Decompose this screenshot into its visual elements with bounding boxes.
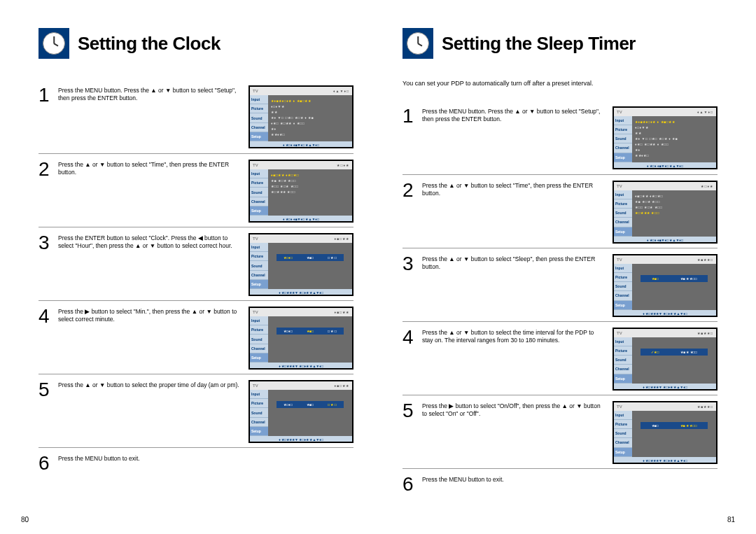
step-text: Press the ENTER button to select "Clock"…	[58, 233, 248, 251]
tv-screenshot: TV♦▲▼♦□ InputPictureSoundChannelSetup ★♦…	[248, 85, 354, 148]
step-number: 2	[38, 160, 58, 179]
step-text: Press the MENU button to exit.	[58, 454, 354, 463]
step-text: Press the ▲ or ▼ button to select "Sleep…	[422, 254, 612, 272]
step-text: Press the MENU button. Press the ▲ or ▼ …	[58, 85, 248, 103]
step-number: 3	[38, 233, 58, 253]
step-row: 4 Press the ▲ or ▼ button to select the …	[402, 321, 718, 395]
page-title: Setting the Sleep Timer	[442, 33, 636, 55]
step-row: 3 Press the ▲ or ▼ button to select "Sle…	[402, 248, 718, 321]
step-number: 6	[402, 475, 422, 494]
step-number: 4	[402, 328, 422, 347]
clock-icon	[402, 28, 433, 59]
intro-text: You can set your PDP to automatically tu…	[402, 80, 718, 88]
tv-screenshot: TV♦■□★★ InputPictureSoundChannelSetup ★□…	[248, 233, 354, 296]
step-text: Press the ▲ or ▼ button to select "Time"…	[58, 160, 248, 177]
tv-screenshot: TV♦■□★★ InputPictureSoundChannelSetup ★□…	[248, 380, 354, 443]
step-number: 3	[402, 254, 422, 274]
step-row: 4 Press the ▶ button to select "Min.", t…	[38, 300, 354, 374]
step-row: 6 Press the MENU button to exit.	[38, 447, 354, 473]
page-number: 81	[727, 516, 735, 524]
step-number: 2	[402, 181, 422, 200]
step-text: Press the MENU button to exit.	[422, 475, 718, 484]
step-row: 6 Press the MENU button to exit.	[402, 468, 718, 494]
step-row: 5 Press the ▲ or ▼ button to select the …	[38, 374, 354, 447]
step-row: 2 Press the ▲ or ▼ button to select "Tim…	[402, 174, 718, 248]
page-number: 80	[21, 516, 29, 524]
page-title: Setting the Clock	[78, 33, 220, 55]
tv-screenshot: TV♦■□★★ InputPictureSoundChannelSetup ★□…	[248, 307, 354, 370]
step-number: 1	[38, 85, 58, 105]
tv-screenshot: TV★■★★□ InputPictureSoundChannelSetup ★■…	[612, 254, 718, 317]
step-number: 5	[38, 380, 58, 400]
step-row: 1 Press the MENU button. Press the ▲ or …	[402, 101, 718, 174]
page-header: Setting the Sleep Timer	[402, 28, 718, 59]
step-row: 2 Press the ▲ or ▼ button to select "Tim…	[38, 153, 354, 227]
step-text: Press the ▶ button to select "On/Off", t…	[422, 401, 612, 419]
step-number: 4	[38, 307, 58, 326]
tv-sidebar: InputPictureSoundChannelSetup	[250, 95, 268, 141]
step-text: Press the ▲ or ▼ button to select "Time"…	[422, 181, 612, 198]
step-row: 3 Press the ENTER button to select "Cloc…	[38, 227, 354, 300]
step-number: 5	[402, 401, 422, 421]
tv-screenshot: TV★□♦★ InputPictureSoundChannelSetup ♦■□…	[248, 160, 354, 223]
manual-page-left: Setting the Clock 1 Press the MENU butto…	[0, 0, 378, 534]
step-text: Press the ▲ or ▼ button to select the pr…	[58, 380, 248, 389]
step-number: 1	[402, 106, 422, 126]
step-row: 5 Press the ▶ button to select "On/Off",…	[402, 395, 718, 468]
step-text: Press the ▲ or ▼ button to select the ti…	[422, 328, 612, 345]
page-header: Setting the Clock	[38, 28, 354, 59]
tv-screenshot: TV★■★★□ InputPictureSoundChannelSetup ★■…	[612, 401, 718, 464]
step-text: Press the MENU button. Press the ▲ or ▼ …	[422, 106, 612, 124]
manual-page-right: Setting the Sleep Timer You can set your…	[378, 0, 756, 534]
step-row: 1 Press the MENU button. Press the ▲ or …	[38, 80, 354, 153]
tv-screenshot: TV★□♦★ InputPictureSoundChannelSetup ♦■□…	[612, 181, 718, 244]
tv-screenshot: TV♦▲▼♦□ InputPictureSoundChannelSetup ★♦…	[612, 106, 718, 169]
tv-screenshot: TV★■★★□ InputPictureSoundChannelSetup ✓★…	[612, 328, 718, 391]
clock-icon	[38, 28, 69, 59]
step-text: Press the ▶ button to select "Min.", the…	[58, 307, 248, 324]
step-number: 6	[38, 454, 58, 473]
